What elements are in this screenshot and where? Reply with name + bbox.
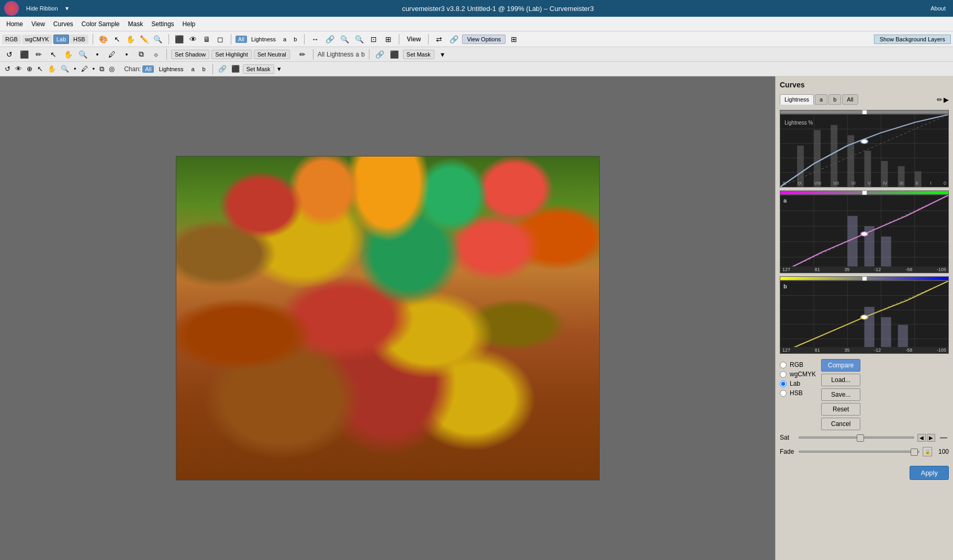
menu-curves[interactable]: Curves <box>49 19 77 29</box>
chan-all[interactable]: All <box>236 36 247 43</box>
sat-thumb[interactable] <box>857 434 864 442</box>
compare-btn[interactable]: Compare <box>821 359 860 372</box>
link3-icon[interactable]: 🔗 <box>374 48 386 61</box>
chan2-a[interactable]: a <box>188 65 197 73</box>
zoom3-icon[interactable]: 🔍 <box>59 65 71 73</box>
a-graph[interactable]: a <box>780 195 949 273</box>
rotate-icon[interactable]: ↺ <box>3 65 12 73</box>
mask-icon[interactable]: ⬛ <box>173 33 186 46</box>
select-icon[interactable]: ↖ <box>47 48 60 61</box>
link-icon[interactable]: 🔗 <box>323 33 336 46</box>
dropdown2-icon[interactable]: ▾ <box>276 65 283 73</box>
cancel-btn[interactable]: Cancel <box>821 418 860 430</box>
color-wheel-icon[interactable]: 🎨 <box>97 33 110 46</box>
brush-icon[interactable]: ✏ <box>32 48 45 61</box>
goggle-icon[interactable]: 👁 <box>14 65 24 73</box>
reset-btn[interactable]: Reset <box>821 403 860 416</box>
sat-slider[interactable] <box>799 436 914 439</box>
radio-wgcmyk-label[interactable]: wgCMYK <box>790 371 816 378</box>
radio-hsb[interactable] <box>780 390 787 397</box>
lightness-graph[interactable]: Lightness % <box>780 114 949 187</box>
link4-icon[interactable]: 🔗 <box>217 65 228 73</box>
pan3-icon[interactable]: ✋ <box>46 65 58 73</box>
tab-all[interactable]: All <box>842 94 858 105</box>
radio-rgb-label[interactable]: RGB <box>790 361 803 368</box>
crosshair-icon[interactable]: ⊕ <box>25 65 34 73</box>
dropdown-icon[interactable]: ▾ <box>436 48 449 61</box>
load-btn[interactable]: Load... <box>821 374 860 386</box>
mode-rgb[interactable]: RGB <box>2 35 21 44</box>
tab-a[interactable]: a <box>815 94 827 105</box>
sync-icon[interactable]: ↔ <box>309 33 321 46</box>
chan-a[interactable]: a <box>280 35 289 43</box>
show-background-btn[interactable]: Show Background Layers <box>874 35 951 44</box>
pen-icon[interactable]: 🖊 <box>106 48 118 61</box>
view-options-btn[interactable]: View Options <box>462 35 506 44</box>
zoom2-icon[interactable]: 🔍 <box>76 48 89 61</box>
tab-lightness[interactable]: Lightness <box>780 94 814 105</box>
fade-slider[interactable] <box>799 451 920 453</box>
edit-icon[interactable]: ✏ <box>937 96 943 104</box>
zoom-out-icon[interactable]: 🔍 <box>338 33 351 46</box>
expand-icon[interactable]: ⊞ <box>508 33 520 46</box>
arrow-tool[interactable]: ↖ <box>111 33 124 46</box>
select2-icon[interactable]: ↖ <box>36 65 44 73</box>
radio-lab[interactable] <box>780 380 787 387</box>
chan-b[interactable]: b <box>290 35 300 43</box>
mask3-icon[interactable]: ⬛ <box>388 48 401 61</box>
stamp-icon[interactable]: ⧉ <box>98 65 106 73</box>
radio-wgcmyk[interactable] <box>780 371 787 378</box>
eyedropper2-icon[interactable]: ✏ <box>296 48 309 61</box>
display-icon[interactable]: 🖥 <box>200 33 213 46</box>
chan2-all[interactable]: All <box>142 65 154 73</box>
sat-arrow-right[interactable]: ▶ <box>927 434 935 442</box>
apply-btn[interactable]: Apply <box>910 466 949 480</box>
target-icon[interactable]: ◎ <box>107 65 116 73</box>
zoom-tool[interactable]: 🔍 <box>152 33 164 46</box>
zoom-in-icon[interactable]: 🔍 <box>353 33 365 46</box>
fade-lock-icon[interactable]: 🔒 <box>923 447 932 456</box>
copy-icon[interactable]: ⧉ <box>135 48 148 61</box>
radio-lab-label[interactable]: Lab <box>790 380 800 387</box>
mode-lab[interactable]: Lab <box>53 35 69 44</box>
set-mask2-btn[interactable]: Set Mask <box>243 64 274 74</box>
menu-view[interactable]: View <box>27 19 49 29</box>
pan-tool[interactable]: ✋ <box>125 33 137 46</box>
about-btn[interactable]: About <box>927 4 949 13</box>
menu-color-sample[interactable]: Color Sample <box>77 19 124 29</box>
mode-wgcmyk[interactable]: wgCMYK <box>22 35 52 44</box>
loop-icon[interactable]: 👁 <box>187 33 199 46</box>
pan2-icon[interactable]: ✋ <box>62 48 74 61</box>
chan-lightness[interactable]: Lightness <box>248 35 279 43</box>
sync2-icon[interactable]: ⇄ <box>433 33 445 46</box>
menu-settings[interactable]: Settings <box>147 19 178 29</box>
set-neutral-btn[interactable]: Set Neutral <box>254 50 290 59</box>
sat-minus[interactable]: — <box>938 433 949 442</box>
menu-home[interactable]: Home <box>2 19 27 29</box>
radio-hsb-label[interactable]: HSB <box>790 389 803 397</box>
chan2-b[interactable]: b <box>199 65 209 73</box>
eyedropper-tool[interactable]: ✏️ <box>138 33 151 46</box>
menu-mask[interactable]: Mask <box>124 19 148 29</box>
forward-icon[interactable]: ▶ <box>944 96 949 104</box>
radio-rgb[interactable] <box>780 362 787 368</box>
menu-help[interactable]: Help <box>178 19 200 29</box>
set-highlight-btn[interactable]: Set Highlight <box>211 50 251 59</box>
mode-hsb[interactable]: HSB <box>70 35 88 44</box>
display2-icon[interactable]: ◻ <box>214 33 227 46</box>
loop2-icon[interactable]: 🔗 <box>447 33 460 46</box>
refresh-icon[interactable]: ↺ <box>3 48 16 61</box>
zoom-fill-icon[interactable]: ⊞ <box>382 33 395 46</box>
set-shadow-btn[interactable]: Set Shadow <box>171 50 209 59</box>
mask4-icon[interactable]: ⬛ <box>230 65 241 73</box>
ribbon-dropdown[interactable]: ▾ <box>65 5 69 12</box>
set-mask-btn[interactable]: Set Mask <box>403 50 434 59</box>
hide-ribbon-btn[interactable]: Hide Ribbon <box>23 4 61 13</box>
chan2-lightness[interactable]: Lightness <box>155 65 186 73</box>
sat-arrow-left[interactable]: ◀ <box>917 434 926 442</box>
wand-icon[interactable]: ⟐ <box>150 48 162 61</box>
b-graph[interactable]: b <box>780 281 949 354</box>
tab-b[interactable]: b <box>828 94 841 105</box>
fade-thumb[interactable] <box>911 449 918 456</box>
mask2-icon[interactable]: ⬛ <box>18 48 30 61</box>
